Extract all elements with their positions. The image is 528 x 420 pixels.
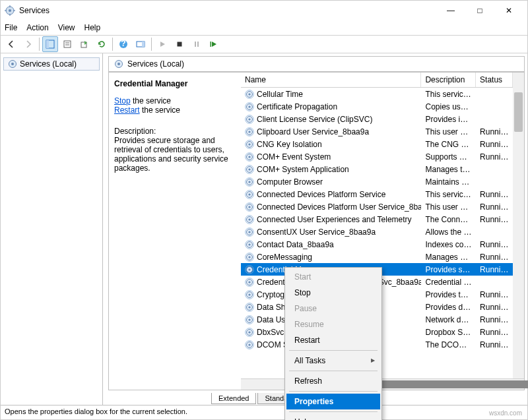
svg-rect-17 <box>195 42 196 47</box>
service-row[interactable]: Client License Service (ClipSVC)Provides… <box>241 113 513 125</box>
ctx-start[interactable]: Start <box>286 269 380 285</box>
svg-point-56 <box>248 218 250 220</box>
menu-file[interactable]: File <box>5 23 17 32</box>
ctx-refresh[interactable]: Refresh <box>286 373 380 389</box>
pane-title: Services (Local) <box>127 59 184 69</box>
list-header: Name Description Status <box>241 73 524 88</box>
service-desc-cell: Allows the s... <box>421 227 476 237</box>
vertical-scrollbar[interactable] <box>513 73 524 390</box>
svg-point-47 <box>248 181 250 183</box>
ctx-help[interactable]: Help <box>286 414 380 420</box>
service-status-cell: Running <box>476 240 513 249</box>
service-status-cell: Running <box>476 215 513 224</box>
service-row[interactable]: CNG Key IsolationThe CNG ke...Running <box>241 138 513 150</box>
service-name-cell: COM+ System Application <box>241 165 421 174</box>
service-name-cell: Clipboard User Service_8baa9a <box>241 127 421 136</box>
refresh-button[interactable] <box>94 36 110 52</box>
svg-point-32 <box>248 118 250 120</box>
service-row[interactable]: Connected User Experiences and Telemetry… <box>241 213 513 225</box>
service-row[interactable]: Contact Data_8baa9aIndexes cont...Runnin… <box>241 238 513 251</box>
service-desc-cell: Copies user ... <box>421 102 476 111</box>
ctx-pause[interactable]: Pause <box>286 301 380 316</box>
service-status-cell: Running <box>476 152 513 162</box>
help-button[interactable]: ? <box>116 36 131 52</box>
stop-link[interactable]: Stop <box>114 96 131 105</box>
gear-icon <box>245 152 254 162</box>
service-status-cell: Running <box>476 190 513 199</box>
stop-service-button[interactable] <box>172 36 187 52</box>
menu-view[interactable]: View <box>58 23 75 32</box>
ctx-properties[interactable]: Properties <box>286 394 380 409</box>
ctx-stop[interactable]: Stop <box>286 285 380 301</box>
ctx-resume[interactable]: Resume <box>286 316 380 332</box>
svg-point-44 <box>248 168 250 170</box>
properties-button[interactable] <box>59 36 75 52</box>
service-row[interactable]: Connected Devices Platform User Service_… <box>241 200 513 213</box>
service-row[interactable]: Computer BrowserMaintains a... <box>241 175 513 188</box>
svg-point-77 <box>248 306 250 308</box>
service-desc-cell: The DCOML... <box>421 340 476 349</box>
ctx-restart[interactable]: Restart <box>286 332 380 348</box>
service-desc-cell: Network dat... <box>421 315 476 324</box>
service-row[interactable]: COM+ Event SystemSupports Sy...Running <box>241 150 513 163</box>
maximize-button[interactable]: □ <box>465 1 494 20</box>
ctx-all-tasks[interactable]: All Tasks <box>286 353 380 369</box>
horizontal-scrollbar[interactable] <box>241 378 524 390</box>
svg-rect-18 <box>197 42 199 47</box>
service-desc-cell: This service i... <box>421 190 476 199</box>
pause-service-button[interactable] <box>189 36 205 52</box>
export-button[interactable] <box>77 36 92 52</box>
column-status[interactable]: Status <box>476 73 513 87</box>
service-status-cell: Running <box>476 253 513 262</box>
tab-extended[interactable]: Extended <box>211 393 256 404</box>
svg-point-86 <box>248 344 250 345</box>
minimize-button[interactable]: — <box>436 1 465 20</box>
forward-button[interactable] <box>20 36 36 52</box>
service-status-cell: Running <box>476 202 513 212</box>
svg-rect-15 <box>142 42 145 47</box>
svg-rect-7 <box>46 40 49 48</box>
restart-service-button[interactable] <box>206 36 222 52</box>
svg-point-29 <box>248 105 250 107</box>
service-row[interactable]: CoreMessagingManages co...Running <box>241 251 513 263</box>
gear-icon <box>245 315 254 324</box>
gear-icon <box>245 177 254 187</box>
show-hide-tree-button[interactable] <box>42 36 58 52</box>
tree-node-label: Services (Local) <box>20 59 77 69</box>
service-row[interactable]: Connected Devices Platform ServiceThis s… <box>241 188 513 200</box>
svg-point-74 <box>248 293 250 295</box>
service-name-cell: Client License Service (ClipSVC) <box>241 115 421 124</box>
column-description[interactable]: Description <box>421 73 476 87</box>
gear-icon <box>245 278 254 287</box>
context-menu: Start Stop Pause Resume Restart All Task… <box>284 267 382 420</box>
gear-icon <box>245 265 254 274</box>
service-name-cell: Computer Browser <box>241 177 421 187</box>
start-service-button[interactable] <box>154 36 170 52</box>
service-row[interactable]: Clipboard User Service_8baa9aThis user s… <box>241 125 513 138</box>
console-tree: Services (Local) <box>1 53 103 405</box>
column-name[interactable]: Name <box>241 73 421 87</box>
service-name-cell: CoreMessaging <box>241 253 421 262</box>
tree-node-services-local[interactable]: Services (Local) <box>3 57 100 71</box>
service-row[interactable]: ConsentUX User Service_8baa9aAllows the … <box>241 225 513 238</box>
service-desc-cell: Supports Sy... <box>421 152 476 162</box>
scroll-thumb[interactable] <box>514 92 523 132</box>
svg-point-26 <box>248 93 250 95</box>
svg-point-68 <box>248 268 250 270</box>
service-name-cell: Certificate Propagation <box>241 102 421 111</box>
services-list[interactable]: Cellular TimeThis service ...Certificate… <box>241 88 524 378</box>
menu-action[interactable]: Action <box>26 23 48 32</box>
menu-help[interactable]: Help <box>84 23 101 32</box>
gear-icon <box>8 59 17 69</box>
service-name-cell: Cellular Time <box>241 90 421 99</box>
service-row[interactable]: COM+ System ApplicationManages th... <box>241 163 513 175</box>
service-row[interactable]: Cellular TimeThis service ... <box>241 88 513 100</box>
back-button[interactable] <box>3 36 19 52</box>
close-button[interactable]: ✕ <box>494 1 523 20</box>
gear-icon <box>245 115 254 124</box>
restart-link[interactable]: Restart <box>114 105 140 115</box>
service-name-cell: Connected User Experiences and Telemetry <box>241 215 421 224</box>
show-hide-action-button[interactable] <box>133 36 148 52</box>
service-name-cell: Connected Devices Platform User Service_… <box>241 202 421 212</box>
service-row[interactable]: Certificate PropagationCopies user ... <box>241 100 513 113</box>
